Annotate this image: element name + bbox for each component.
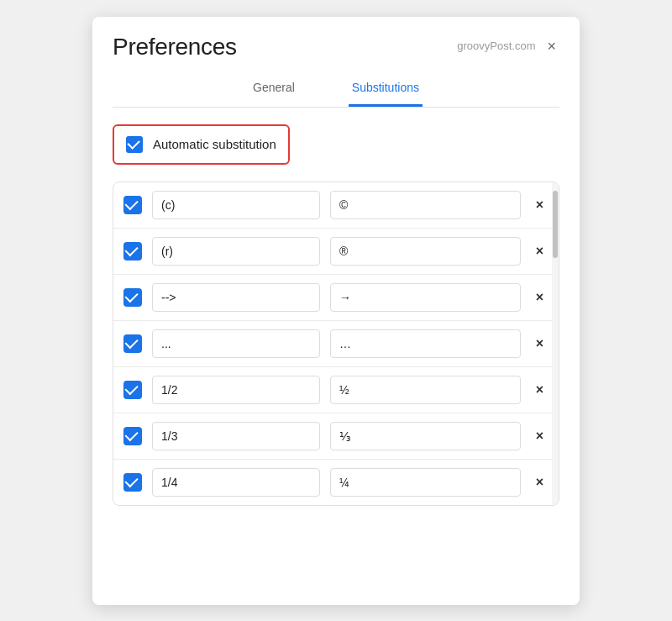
row-1-to-input[interactable] [330, 191, 521, 219]
row-1-from-input[interactable] [152, 191, 320, 219]
row-6-from-input[interactable] [152, 422, 320, 450]
tabs-container: General Substitutions [113, 61, 559, 108]
table-row: × [113, 321, 559, 367]
table-row: × [113, 182, 559, 229]
row-5-delete-button[interactable]: × [531, 379, 549, 401]
row-2-delete-button[interactable]: × [531, 240, 549, 262]
row-3-delete-button[interactable]: × [531, 287, 549, 308]
substitutions-table: × × × × [113, 182, 559, 506]
row-2-from-input[interactable] [152, 237, 320, 266]
table-row: × [113, 275, 559, 321]
table-row: × [113, 460, 559, 505]
row-7-delete-button[interactable]: × [531, 471, 549, 493]
row-7-checkbox[interactable] [123, 473, 142, 492]
row-6-delete-button[interactable]: × [531, 425, 549, 447]
row-6-to-input[interactable] [330, 422, 521, 450]
table-row: × [113, 413, 559, 460]
dialog-header: Preferences groovyPost.com × [92, 17, 580, 61]
dialog-source: groovyPost.com [457, 39, 535, 52]
auto-substitution-row[interactable]: Automatic substitution [113, 124, 290, 165]
table-row: × [113, 367, 559, 413]
dialog-meta: groovyPost.com × [457, 34, 559, 54]
row-3-from-input[interactable] [152, 283, 320, 312]
tab-substitutions[interactable]: Substitutions [349, 74, 423, 107]
row-7-from-input[interactable] [152, 468, 320, 497]
row-5-to-input[interactable] [330, 376, 521, 404]
row-3-to-input[interactable] [330, 283, 521, 312]
scrollbar-thumb[interactable] [553, 191, 558, 258]
row-2-to-input[interactable] [330, 237, 521, 266]
scrollbar-track [552, 182, 559, 505]
row-4-from-input[interactable] [152, 329, 320, 358]
row-4-delete-button[interactable]: × [531, 333, 549, 355]
table-row: × [113, 229, 559, 275]
row-3-checkbox[interactable] [123, 288, 142, 307]
tab-content: Automatic substitution × × [92, 108, 580, 523]
tab-general[interactable]: General [249, 74, 298, 107]
row-4-checkbox[interactable] [123, 334, 142, 353]
close-button[interactable]: × [543, 39, 559, 54]
auto-substitution-label: Automatic substitution [153, 137, 276, 151]
row-4-to-input[interactable] [330, 329, 521, 358]
row-5-from-input[interactable] [152, 376, 320, 404]
dialog-title: Preferences [113, 34, 237, 61]
preferences-dialog: Preferences groovyPost.com × General Sub… [92, 17, 580, 605]
row-5-checkbox[interactable] [123, 381, 142, 399]
row-7-to-input[interactable] [330, 468, 521, 497]
row-6-checkbox[interactable] [123, 427, 142, 445]
auto-substitution-checkbox[interactable] [126, 136, 143, 153]
row-2-checkbox[interactable] [123, 242, 142, 261]
row-1-checkbox[interactable] [123, 196, 142, 214]
row-1-delete-button[interactable]: × [531, 194, 549, 216]
